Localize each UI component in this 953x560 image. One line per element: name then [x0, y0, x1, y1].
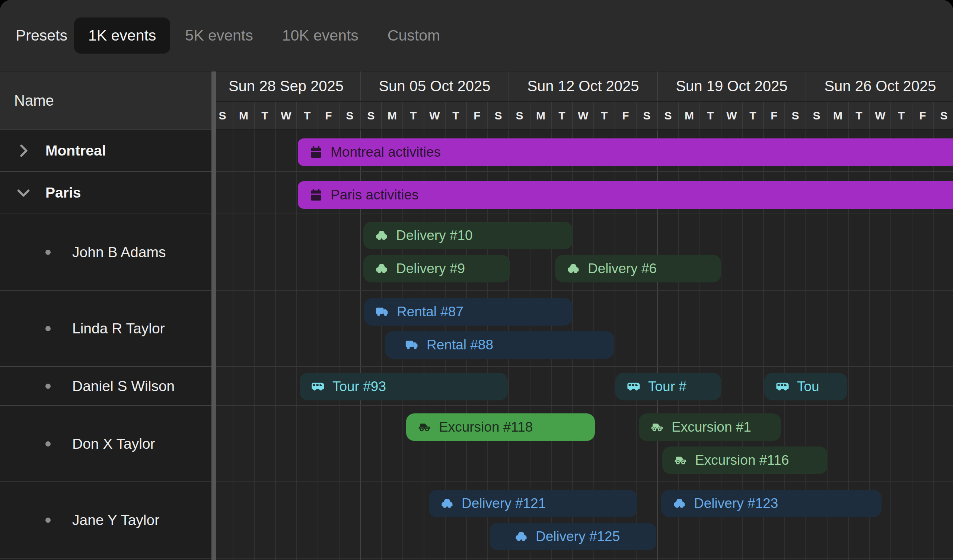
- event-label: Delivery #121: [462, 496, 546, 511]
- name-column-header[interactable]: Name: [0, 71, 211, 130]
- day-header-cell[interactable]: T: [593, 102, 615, 129]
- day-header-cell[interactable]: W: [869, 102, 891, 129]
- day-header-cell[interactable]: F: [763, 102, 784, 129]
- day-header-cell[interactable]: S: [360, 102, 381, 129]
- event-bar-delivery-9[interactable]: Delivery #9: [363, 255, 510, 282]
- day-header-cell[interactable]: W: [275, 102, 296, 129]
- day-header-cell[interactable]: M: [381, 102, 402, 129]
- week-header-cell-sun-19-oct-2025[interactable]: Sun 19 Oct 2025: [657, 71, 806, 101]
- event-label: Delivery #10: [396, 228, 473, 244]
- day-header-cell[interactable]: S: [509, 102, 530, 129]
- bus-icon: [775, 379, 797, 394]
- day-header-cell[interactable]: T: [551, 102, 572, 129]
- grid-row-line: [216, 481, 953, 482]
- calendar-icon: [308, 187, 331, 203]
- day-header-cell[interactable]: T: [445, 102, 466, 129]
- car-icon: [374, 261, 396, 276]
- event-bar-excursion-118[interactable]: Excursion #118: [406, 413, 595, 441]
- day-header-cell[interactable]: T: [402, 102, 424, 129]
- calendar-icon: [308, 144, 331, 160]
- event-bar-montreal-activities[interactable]: Montreal activities: [298, 138, 953, 166]
- event-bar-delivery-121[interactable]: Delivery #121: [429, 490, 637, 517]
- day-header-cell[interactable]: S: [784, 102, 806, 129]
- day-header-cell[interactable]: S: [216, 102, 233, 129]
- event-bar-rental-88[interactable]: Rental #88: [385, 331, 614, 359]
- week-header-cell-sun-28-sep-2025[interactable]: Sun 28 Sep 2025: [216, 71, 360, 101]
- event-label: Excursion #118: [439, 419, 533, 435]
- day-header-cell[interactable]: T: [254, 102, 275, 129]
- preset-button-1k-events[interactable]: 1K events: [74, 17, 170, 54]
- grid-row-line: [216, 290, 953, 291]
- grid-row-line: [216, 405, 953, 406]
- panel-splitter[interactable]: [211, 71, 216, 560]
- event-bar-rental-87[interactable]: Rental #87: [364, 298, 573, 326]
- grid-row-line: [216, 171, 953, 172]
- event-bar-tour[interactable]: Tour #: [615, 373, 721, 400]
- event-bar-delivery-10[interactable]: Delivery #10: [363, 222, 573, 249]
- week-header-cell-sun-05-oct-2025[interactable]: Sun 05 Oct 2025: [360, 71, 509, 101]
- day-header-cell[interactable]: M: [233, 102, 254, 129]
- day-header-cell[interactable]: W: [721, 102, 742, 129]
- day-header-cell[interactable]: W: [572, 102, 593, 129]
- day-header-cell[interactable]: T: [700, 102, 721, 129]
- resource-row-jane-y-taylor[interactable]: Jane Y Taylor: [0, 482, 211, 558]
- resource-row-linda-r-taylor[interactable]: Linda R Taylor: [0, 291, 211, 367]
- day-header-cell[interactable]: T: [296, 102, 318, 129]
- resource-bullet-icon: [45, 384, 51, 389]
- day-header-cell[interactable]: S: [806, 102, 827, 129]
- resource-row-daniel-s-wilson[interactable]: Daniel S Wilson: [0, 367, 211, 406]
- resource-name: Paris: [45, 185, 81, 201]
- preset-button-custom[interactable]: Custom: [373, 17, 454, 54]
- week-header-cell-sun-12-oct-2025[interactable]: Sun 12 Oct 2025: [509, 71, 657, 101]
- bus-icon: [310, 379, 332, 394]
- event-label: Delivery #123: [694, 496, 778, 511]
- day-header-cell[interactable]: S: [933, 102, 953, 129]
- presets-toolbar: Presets 1K events5K events10K eventsCust…: [0, 0, 953, 71]
- day-header-cell[interactable]: T: [891, 102, 912, 129]
- car-icon: [565, 261, 588, 276]
- day-header-cell[interactable]: M: [827, 102, 848, 129]
- resource-name: John B Adams: [72, 244, 166, 261]
- day-header-cell[interactable]: T: [742, 102, 763, 129]
- grid-row-line: [216, 214, 953, 214]
- grid-row-line: [216, 366, 953, 367]
- bus-icon: [626, 379, 648, 394]
- expand-chevron-icon[interactable]: [15, 142, 32, 159]
- preset-button-10k-events[interactable]: 10K events: [268, 17, 373, 54]
- event-bar-delivery-125[interactable]: Delivery #125: [489, 523, 656, 550]
- event-bar-tou[interactable]: Tou: [764, 373, 847, 400]
- event-label: Delivery #125: [536, 529, 620, 544]
- event-bar-delivery-123[interactable]: Delivery #123: [661, 490, 882, 517]
- resource-name: Montreal: [45, 143, 106, 159]
- event-bar-paris-activities[interactable]: Paris activities: [298, 181, 953, 209]
- event-bar-excursion-116[interactable]: Excursion #116: [662, 447, 827, 474]
- jeep-icon: [649, 419, 672, 435]
- event-bar-excursion-1[interactable]: Excursion #1: [639, 413, 781, 441]
- collapse-chevron-icon[interactable]: [15, 184, 32, 201]
- day-header-cell[interactable]: F: [912, 102, 933, 129]
- preset-button-5k-events[interactable]: 5K events: [171, 17, 267, 54]
- day-header-cell[interactable]: S: [487, 102, 509, 129]
- event-label: Excursion #116: [695, 453, 789, 468]
- day-header-cell[interactable]: W: [424, 102, 445, 129]
- day-header-cell[interactable]: F: [615, 102, 636, 129]
- resource-row-john-b-adams[interactable]: John B Adams: [0, 214, 211, 291]
- day-header-cell[interactable]: S: [657, 102, 678, 129]
- event-bar-tour-93[interactable]: Tour #93: [300, 373, 508, 400]
- header-divider-line: [216, 101, 953, 102]
- day-header-cell[interactable]: F: [466, 102, 487, 129]
- day-header-cell[interactable]: S: [339, 102, 360, 129]
- week-header-cell-sun-26-oct-2025[interactable]: Sun 26 Oct 2025: [806, 71, 953, 101]
- car-icon: [672, 496, 694, 511]
- jeep-icon: [673, 453, 695, 468]
- presets-label: Presets: [16, 27, 67, 44]
- resource-row-paris[interactable]: Paris: [0, 172, 211, 214]
- day-header-cell[interactable]: T: [848, 102, 869, 129]
- day-header-cell[interactable]: M: [530, 102, 551, 129]
- day-header-cell[interactable]: F: [318, 102, 339, 129]
- resource-row-montreal[interactable]: Montreal: [0, 130, 211, 172]
- event-bar-delivery-6[interactable]: Delivery #6: [555, 255, 721, 282]
- day-header-cell[interactable]: S: [636, 102, 657, 129]
- day-header-cell[interactable]: M: [678, 102, 700, 129]
- resource-row-don-x-taylor[interactable]: Don X Taylor: [0, 406, 211, 482]
